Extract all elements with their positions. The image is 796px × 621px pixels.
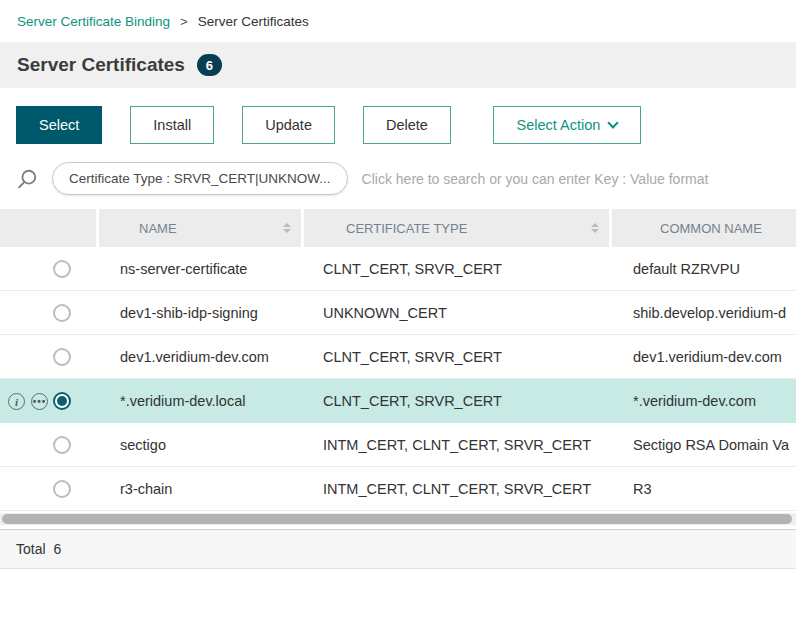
search-bar: Certificate Type : SRVR_CERT|UNKNOW... C… <box>0 158 796 209</box>
table-header: NAME CERTIFICATE TYPE COMMON NAME <box>0 209 796 247</box>
filter-chip[interactable]: Certificate Type : SRVR_CERT|UNKNOW... <box>52 162 348 195</box>
table-body: ns-server-certificate CLNT_CERT, SRVR_CE… <box>0 247 796 511</box>
cell-common-name: Sectigo RSA Domain Va <box>609 437 796 453</box>
row-selector-cell: i ••• <box>0 379 96 422</box>
install-button[interactable]: Install <box>130 106 214 144</box>
table-row[interactable]: ns-server-certificate CLNT_CERT, SRVR_CE… <box>0 247 796 291</box>
cell-certificate-type: CLNT_CERT, SRVR_CERT <box>301 349 609 365</box>
table-row[interactable]: sectigo INTM_CERT, CLNT_CERT, SRVR_CERT … <box>0 423 796 467</box>
sort-icon <box>283 223 291 233</box>
table-footer: Total 6 <box>0 529 796 569</box>
table-row[interactable]: dev1.veridium-dev.com CLNT_CERT, SRVR_CE… <box>0 335 796 379</box>
cell-name: ns-server-certificate <box>96 261 301 277</box>
cell-certificate-type: INTM_CERT, CLNT_CERT, SRVR_CERT <box>301 481 609 497</box>
select-button[interactable]: Select <box>16 106 102 144</box>
count-badge: 6 <box>197 54 222 76</box>
cell-name: r3-chain <box>96 481 301 497</box>
info-icon[interactable]: i <box>8 393 25 410</box>
cell-name: dev1.veridium-dev.com <box>96 349 301 365</box>
select-action-dropdown[interactable]: Select Action <box>493 106 641 144</box>
table-row[interactable]: r3-chain INTM_CERT, CLNT_CERT, SRVR_CERT… <box>0 467 796 511</box>
cell-name: sectigo <box>96 437 301 453</box>
table-row[interactable]: dev1-shib-idp-signing UNKNOWN_CERT shib.… <box>0 291 796 335</box>
radio-button[interactable] <box>53 436 71 454</box>
header-cell-certificate-type[interactable]: CERTIFICATE TYPE <box>304 209 609 247</box>
breadcrumb-separator-icon: > <box>180 14 188 29</box>
cell-common-name: R3 <box>609 481 796 497</box>
row-selector-cell <box>0 467 96 510</box>
cell-name: dev1-shib-idp-signing <box>96 305 301 321</box>
horizontal-scrollbar <box>0 513 796 525</box>
column-label-certificate-type: CERTIFICATE TYPE <box>346 221 467 236</box>
title-bar: Server Certificates 6 <box>0 42 796 88</box>
column-label-common-name: COMMON NAME <box>660 221 762 236</box>
total-value: 6 <box>54 541 62 557</box>
search-input[interactable]: Click here to search or you can enter Ke… <box>362 171 780 187</box>
cell-common-name: default RZRVPU <box>609 261 796 277</box>
row-selector-cell <box>0 335 96 378</box>
select-action-label: Select Action <box>516 117 600 133</box>
header-cell-name[interactable]: NAME <box>99 209 301 247</box>
cell-certificate-type: UNKNOWN_CERT <box>301 305 609 321</box>
row-selector-cell <box>0 247 96 290</box>
radio-button[interactable] <box>53 480 71 498</box>
row-selector-cell <box>0 291 96 334</box>
page-title: Server Certificates <box>17 54 185 76</box>
horizontal-scrollbar-thumb[interactable] <box>2 514 792 524</box>
radio-button-checked[interactable] <box>53 392 71 410</box>
breadcrumb-current: Server Certificates <box>198 14 309 29</box>
header-cell-common-name[interactable]: COMMON NAME <box>612 209 796 247</box>
total-label: Total <box>16 541 46 557</box>
chevron-down-icon <box>608 117 619 128</box>
radio-button[interactable] <box>53 260 71 278</box>
cell-certificate-type: CLNT_CERT, SRVR_CERT <box>301 393 609 409</box>
cell-certificate-type: CLNT_CERT, SRVR_CERT <box>301 261 609 277</box>
radio-button[interactable] <box>53 304 71 322</box>
breadcrumb: Server Certificate Binding > Server Cert… <box>0 0 796 42</box>
row-selector-cell <box>0 423 96 466</box>
breadcrumb-link[interactable]: Server Certificate Binding <box>17 14 170 29</box>
update-button[interactable]: Update <box>242 106 335 144</box>
cell-common-name: *.veridium-dev.com <box>609 393 796 409</box>
cell-name: *.veridium-dev.local <box>96 393 301 409</box>
search-icon <box>16 168 38 190</box>
toolbar: Select Install Update Delete Select Acti… <box>0 88 796 158</box>
cell-common-name: shib.develop.veridium-d <box>609 305 796 321</box>
cell-certificate-type: INTM_CERT, CLNT_CERT, SRVR_CERT <box>301 437 609 453</box>
sort-icon <box>591 223 599 233</box>
ellipsis-icon[interactable]: ••• <box>31 393 48 410</box>
table-row-selected[interactable]: i ••• *.veridium-dev.local CLNT_CERT, SR… <box>0 379 796 423</box>
radio-button[interactable] <box>53 348 71 366</box>
header-cell-selector <box>0 209 96 247</box>
cell-common-name: dev1.veridium-dev.com <box>609 349 796 365</box>
delete-button[interactable]: Delete <box>363 106 451 144</box>
column-label-name: NAME <box>139 221 177 236</box>
